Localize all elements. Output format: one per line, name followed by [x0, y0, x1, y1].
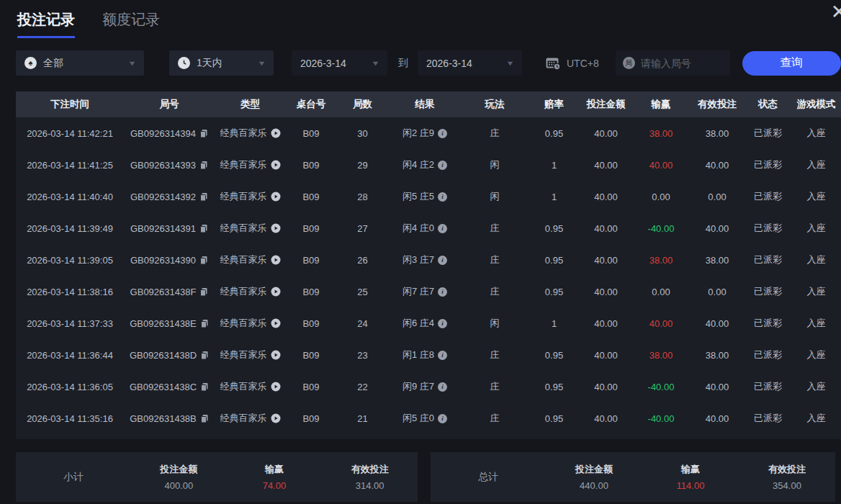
cell-valid-bet: 40.00 — [690, 318, 745, 329]
table-row: 2026-03-14 11:35:16 GB092631438B 经典百家乐 B… — [16, 402, 841, 434]
play-icon[interactable] — [271, 160, 281, 170]
cell-odds: 1 — [529, 160, 580, 171]
cell-rounds: 29 — [336, 160, 389, 171]
game-mode-text: 入座 — [807, 317, 826, 330]
query-button[interactable]: 查询 — [742, 51, 841, 76]
copy-icon[interactable] — [200, 351, 209, 360]
info-icon[interactable]: i — [438, 192, 447, 202]
play-text: 闲 — [490, 317, 500, 330]
bet-amount-text: 40.00 — [594, 128, 618, 139]
date-to-picker[interactable]: 2026-3-14 ▼ — [418, 50, 522, 76]
stat-label: 投注金额 — [575, 463, 613, 476]
info-icon[interactable]: i — [438, 224, 447, 233]
cell-odds: 1 — [529, 192, 580, 202]
cell-bet-amount: 40.00 — [580, 192, 632, 202]
result-text: 闲6 庄4 — [402, 317, 434, 330]
info-icon[interactable]: i — [438, 382, 447, 392]
cell-result: 闲9 庄7 i — [389, 380, 461, 393]
bet-amount-text: 40.00 — [594, 287, 618, 297]
game-type-dropdown[interactable]: ♠ 全部 ▼ — [16, 50, 144, 76]
round-id-text: GB092631438D — [130, 350, 197, 361]
cell-status: 已派彩 — [745, 285, 791, 298]
play-icon[interactable] — [271, 287, 281, 297]
time-range-dropdown[interactable]: 1天内 ▼ — [169, 50, 274, 76]
info-icon[interactable]: i — [438, 287, 447, 297]
stat-value: 440.00 — [580, 480, 608, 491]
cell-valid-bet: 38.00 — [690, 350, 745, 361]
cell-status: 已派彩 — [745, 380, 791, 393]
info-icon[interactable]: i — [438, 319, 447, 328]
win-loss-text: 38.00 — [649, 350, 673, 361]
table-row: 2026-03-14 11:42:21 GB0926314394 经典百家乐 B… — [16, 117, 841, 149]
info-icon[interactable]: i — [438, 351, 447, 360]
date-from-picker[interactable]: 2026-3-14 ▼ — [292, 50, 387, 76]
table-header: 下注时间局号类型桌台号局数结果玩法赔率投注金额输赢有效投注状态游戏模式 — [16, 91, 841, 117]
tab-quota-records[interactable]: 额度记录 — [102, 10, 160, 36]
round-id-text: GB0926314393 — [130, 160, 196, 171]
round-search-input[interactable] — [641, 58, 723, 69]
result-text: 闲5 庄5 — [402, 190, 434, 203]
win-loss-text: 40.00 — [649, 160, 673, 171]
bet-amount-text: 40.00 — [594, 382, 618, 392]
copy-icon[interactable] — [199, 192, 208, 202]
cell-status: 已派彩 — [745, 127, 791, 140]
table-row: 2026-03-14 11:37:33 GB092631438E 经典百家乐 B… — [16, 307, 841, 339]
cell-valid-bet: 40.00 — [690, 382, 745, 392]
copy-icon[interactable] — [199, 161, 208, 170]
bet-time-text: 2026-03-14 11:38:16 — [27, 287, 113, 297]
cell-win-loss: -40.00 — [632, 382, 690, 392]
cell-rounds: 26 — [336, 255, 389, 266]
cell-win-loss: -40.00 — [632, 413, 690, 424]
cell-bet-time: 2026-03-14 11:39:49 — [16, 223, 124, 234]
copy-icon[interactable] — [200, 382, 209, 392]
play-icon[interactable] — [271, 255, 281, 265]
round-number-icon: 局 — [623, 57, 635, 69]
bet-time-text: 2026-03-14 11:39:49 — [27, 223, 113, 234]
cell-bet-time: 2026-03-14 11:36:44 — [16, 350, 124, 361]
win-loss-text: 0.00 — [652, 287, 670, 297]
win-loss-text: -40.00 — [648, 382, 675, 392]
cell-play: 庄 — [461, 412, 529, 425]
cell-result: 闲4 庄0 i — [389, 222, 461, 235]
copy-icon[interactable] — [199, 129, 208, 138]
play-icon[interactable] — [271, 223, 281, 233]
copy-icon[interactable] — [199, 287, 208, 297]
round-id-text: GB0926314391 — [130, 223, 196, 234]
valid-bet-text: 0.00 — [708, 287, 726, 297]
round-id-text: GB092631438C — [130, 382, 197, 392]
cell-round-id: GB0926314394 — [124, 128, 215, 139]
cell-valid-bet: 0.00 — [690, 287, 745, 297]
tab-bet-records[interactable]: 投注记录 — [17, 10, 75, 38]
cell-odds: 0.95 — [529, 413, 580, 424]
play-icon[interactable] — [271, 128, 281, 138]
round-search-box[interactable]: 局 — [616, 50, 730, 76]
info-icon[interactable]: i — [438, 256, 447, 265]
bet-time-text: 2026-03-14 11:37:33 — [27, 318, 113, 329]
stat-value: 114.00 — [677, 480, 705, 491]
cell-odds: 1 — [529, 318, 580, 329]
copy-icon[interactable] — [200, 414, 209, 423]
play-icon[interactable] — [271, 192, 281, 202]
table-row: 2026-03-14 11:36:05 GB092631438C 经典百家乐 B… — [16, 371, 841, 402]
total-label: 总计 — [431, 471, 546, 484]
column-header: 输赢 — [632, 98, 690, 111]
play-text: 庄 — [490, 222, 500, 235]
copy-icon[interactable] — [200, 319, 209, 328]
info-icon[interactable]: i — [438, 414, 447, 423]
copy-icon[interactable] — [199, 224, 208, 233]
play-icon[interactable] — [271, 318, 281, 328]
play-icon[interactable] — [271, 350, 281, 360]
win-loss-text: 38.00 — [649, 255, 673, 266]
cell-win-loss: 38.00 — [632, 350, 690, 361]
cell-table-no: B09 — [286, 255, 336, 266]
info-icon[interactable]: i — [438, 129, 447, 138]
play-icon[interactable] — [271, 413, 281, 423]
copy-icon[interactable] — [199, 256, 208, 265]
game-type-text: 经典百家乐 — [220, 253, 267, 266]
cell-bet-amount: 40.00 — [580, 413, 632, 424]
close-icon[interactable]: ✕ — [831, 0, 841, 24]
cell-play: 庄 — [461, 285, 529, 298]
play-icon[interactable] — [271, 382, 281, 392]
cell-bet-time: 2026-03-14 11:35:16 — [16, 413, 124, 424]
info-icon[interactable]: i — [438, 161, 447, 170]
